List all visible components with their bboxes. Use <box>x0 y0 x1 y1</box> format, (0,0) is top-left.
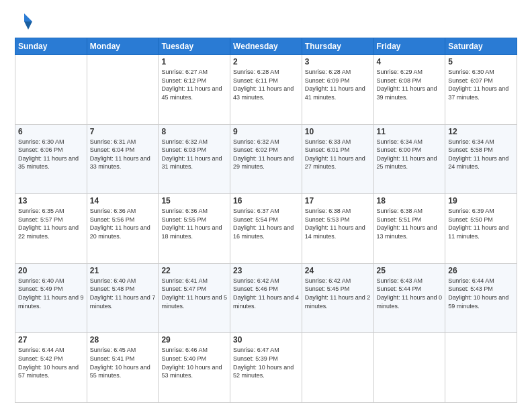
weekday-header-saturday: Saturday <box>445 38 517 55</box>
day-number: 14 <box>90 196 156 205</box>
day-info: Sunrise: 6:40 AM Sunset: 5:48 PM Dayligh… <box>90 277 156 310</box>
week-row-4: 20Sunrise: 6:40 AM Sunset: 5:49 PM Dayli… <box>15 263 517 333</box>
day-info: Sunrise: 6:47 AM Sunset: 5:39 PM Dayligh… <box>233 346 299 379</box>
day-info: Sunrise: 6:45 AM Sunset: 5:41 PM Dayligh… <box>90 346 156 379</box>
svg-marker-0 <box>24 13 32 21</box>
calendar-cell: 14Sunrise: 6:36 AM Sunset: 5:56 PM Dayli… <box>87 194 159 264</box>
calendar-cell <box>15 55 87 125</box>
day-info: Sunrise: 6:30 AM Sunset: 6:06 PM Dayligh… <box>18 138 84 171</box>
calendar-cell: 15Sunrise: 6:36 AM Sunset: 5:55 PM Dayli… <box>159 194 230 264</box>
day-info: Sunrise: 6:41 AM Sunset: 5:47 PM Dayligh… <box>161 277 227 310</box>
calendar-cell <box>87 55 159 125</box>
day-info: Sunrise: 6:38 AM Sunset: 5:53 PM Dayligh… <box>305 207 371 240</box>
header <box>15 12 517 31</box>
day-number: 2 <box>233 57 299 66</box>
day-number: 12 <box>448 127 514 136</box>
calendar-table: SundayMondayTuesdayWednesdayThursdayFrid… <box>15 38 517 403</box>
calendar-cell: 24Sunrise: 6:42 AM Sunset: 5:45 PM Dayli… <box>302 263 373 333</box>
calendar-cell <box>302 333 373 403</box>
day-info: Sunrise: 6:32 AM Sunset: 6:02 PM Dayligh… <box>233 138 299 171</box>
day-number: 25 <box>377 266 443 275</box>
calendar-cell <box>373 333 445 403</box>
day-number: 3 <box>305 57 371 66</box>
weekday-header-row: SundayMondayTuesdayWednesdayThursdayFrid… <box>15 38 517 55</box>
calendar-cell: 27Sunrise: 6:44 AM Sunset: 5:42 PM Dayli… <box>15 333 87 403</box>
day-number: 11 <box>377 127 443 136</box>
week-row-1: 1Sunrise: 6:27 AM Sunset: 6:12 PM Daylig… <box>15 55 517 125</box>
day-info: Sunrise: 6:43 AM Sunset: 5:44 PM Dayligh… <box>377 277 443 310</box>
calendar-cell: 17Sunrise: 6:38 AM Sunset: 5:53 PM Dayli… <box>302 194 373 264</box>
logo <box>15 12 36 31</box>
calendar-cell: 21Sunrise: 6:40 AM Sunset: 5:48 PM Dayli… <box>87 263 159 333</box>
day-info: Sunrise: 6:31 AM Sunset: 6:04 PM Dayligh… <box>90 138 156 171</box>
day-number: 16 <box>233 196 299 205</box>
day-info: Sunrise: 6:34 AM Sunset: 5:58 PM Dayligh… <box>448 138 514 171</box>
week-row-5: 27Sunrise: 6:44 AM Sunset: 5:42 PM Dayli… <box>15 333 517 403</box>
calendar-cell: 3Sunrise: 6:28 AM Sunset: 6:09 PM Daylig… <box>302 55 373 125</box>
day-info: Sunrise: 6:32 AM Sunset: 6:03 PM Dayligh… <box>161 138 227 171</box>
day-number: 27 <box>18 335 84 345</box>
calendar-cell <box>445 333 517 403</box>
day-info: Sunrise: 6:35 AM Sunset: 5:57 PM Dayligh… <box>18 207 84 240</box>
calendar-cell: 10Sunrise: 6:33 AM Sunset: 6:01 PM Dayli… <box>302 124 373 194</box>
day-info: Sunrise: 6:36 AM Sunset: 5:56 PM Dayligh… <box>90 207 156 240</box>
day-info: Sunrise: 6:39 AM Sunset: 5:50 PM Dayligh… <box>448 207 514 240</box>
day-number: 30 <box>233 335 299 345</box>
day-info: Sunrise: 6:33 AM Sunset: 6:01 PM Dayligh… <box>305 138 371 171</box>
calendar-cell: 30Sunrise: 6:47 AM Sunset: 5:39 PM Dayli… <box>230 333 302 403</box>
calendar-cell: 19Sunrise: 6:39 AM Sunset: 5:50 PM Dayli… <box>445 194 517 264</box>
day-number: 18 <box>377 196 443 205</box>
calendar-cell: 18Sunrise: 6:38 AM Sunset: 5:51 PM Dayli… <box>373 194 445 264</box>
weekday-header-friday: Friday <box>373 38 445 55</box>
day-number: 21 <box>90 266 156 275</box>
day-number: 9 <box>233 127 299 136</box>
day-number: 22 <box>161 266 227 275</box>
weekday-header-monday: Monday <box>87 38 159 55</box>
calendar-cell: 9Sunrise: 6:32 AM Sunset: 6:02 PM Daylig… <box>230 124 302 194</box>
calendar-cell: 28Sunrise: 6:45 AM Sunset: 5:41 PM Dayli… <box>87 333 159 403</box>
weekday-header-tuesday: Tuesday <box>159 38 230 55</box>
week-row-3: 13Sunrise: 6:35 AM Sunset: 5:57 PM Dayli… <box>15 194 517 264</box>
calendar-cell: 29Sunrise: 6:46 AM Sunset: 5:40 PM Dayli… <box>159 333 230 403</box>
day-number: 23 <box>233 266 299 275</box>
day-info: Sunrise: 6:28 AM Sunset: 6:11 PM Dayligh… <box>233 68 299 101</box>
logo-icon <box>15 12 34 31</box>
day-info: Sunrise: 6:44 AM Sunset: 5:43 PM Dayligh… <box>448 277 514 310</box>
day-number: 24 <box>305 266 371 275</box>
calendar-cell: 6Sunrise: 6:30 AM Sunset: 6:06 PM Daylig… <box>15 124 87 194</box>
day-number: 1 <box>161 57 227 66</box>
calendar-cell: 2Sunrise: 6:28 AM Sunset: 6:11 PM Daylig… <box>230 55 302 125</box>
calendar-cell: 22Sunrise: 6:41 AM Sunset: 5:47 PM Dayli… <box>159 263 230 333</box>
day-number: 15 <box>161 196 227 205</box>
calendar-cell: 20Sunrise: 6:40 AM Sunset: 5:49 PM Dayli… <box>15 263 87 333</box>
day-number: 20 <box>18 266 84 275</box>
day-number: 7 <box>90 127 156 136</box>
calendar-cell: 11Sunrise: 6:34 AM Sunset: 6:00 PM Dayli… <box>373 124 445 194</box>
day-number: 10 <box>305 127 371 136</box>
day-info: Sunrise: 6:38 AM Sunset: 5:51 PM Dayligh… <box>377 207 443 240</box>
calendar-cell: 23Sunrise: 6:42 AM Sunset: 5:46 PM Dayli… <box>230 263 302 333</box>
day-info: Sunrise: 6:42 AM Sunset: 5:45 PM Dayligh… <box>305 277 371 310</box>
calendar-cell: 1Sunrise: 6:27 AM Sunset: 6:12 PM Daylig… <box>159 55 230 125</box>
svg-marker-1 <box>24 21 32 30</box>
calendar-cell: 8Sunrise: 6:32 AM Sunset: 6:03 PM Daylig… <box>159 124 230 194</box>
day-info: Sunrise: 6:37 AM Sunset: 5:54 PM Dayligh… <box>233 207 299 240</box>
day-info: Sunrise: 6:34 AM Sunset: 6:00 PM Dayligh… <box>377 138 443 171</box>
day-info: Sunrise: 6:40 AM Sunset: 5:49 PM Dayligh… <box>18 277 84 310</box>
day-info: Sunrise: 6:28 AM Sunset: 6:09 PM Dayligh… <box>305 68 371 101</box>
day-number: 4 <box>377 57 443 66</box>
weekday-header-thursday: Thursday <box>302 38 373 55</box>
calendar-cell: 26Sunrise: 6:44 AM Sunset: 5:43 PM Dayli… <box>445 263 517 333</box>
calendar-cell: 4Sunrise: 6:29 AM Sunset: 6:08 PM Daylig… <box>373 55 445 125</box>
day-info: Sunrise: 6:46 AM Sunset: 5:40 PM Dayligh… <box>161 346 227 379</box>
weekday-header-sunday: Sunday <box>15 38 87 55</box>
day-info: Sunrise: 6:29 AM Sunset: 6:08 PM Dayligh… <box>377 68 443 101</box>
day-number: 13 <box>18 196 84 205</box>
calendar-cell: 16Sunrise: 6:37 AM Sunset: 5:54 PM Dayli… <box>230 194 302 264</box>
day-number: 28 <box>90 335 156 345</box>
day-number: 29 <box>161 335 227 345</box>
day-info: Sunrise: 6:44 AM Sunset: 5:42 PM Dayligh… <box>18 346 84 379</box>
day-info: Sunrise: 6:30 AM Sunset: 6:07 PM Dayligh… <box>448 68 514 101</box>
calendar-cell: 25Sunrise: 6:43 AM Sunset: 5:44 PM Dayli… <box>373 263 445 333</box>
page: SundayMondayTuesdayWednesdayThursdayFrid… <box>0 0 532 411</box>
